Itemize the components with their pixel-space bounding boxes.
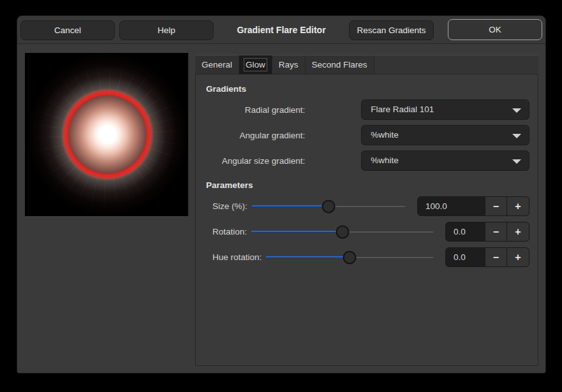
angular-gradient-dropdown[interactable]: %white	[361, 125, 529, 145]
rotation-spinbox: 0.0 − +	[445, 222, 529, 242]
settings-notebook: General Glow Rays Second Flares Gradient…	[195, 55, 538, 366]
size-slider[interactable]	[252, 196, 405, 216]
gradients-section-heading: Gradients	[206, 84, 538, 94]
hue-rotation-spinbox: 0.0 − +	[445, 247, 529, 267]
help-button[interactable]: Help	[119, 20, 214, 40]
angular-size-gradient-row: Angular size gradient: %white	[206, 150, 529, 171]
rotation-entry[interactable]: 0.0	[445, 222, 485, 242]
tab-general-label: General	[202, 60, 232, 69]
tab-rays[interactable]: Rays	[272, 55, 306, 74]
tab-second-flares-label: Second Flares	[312, 60, 367, 69]
rotation-decrement-button[interactable]: −	[485, 222, 507, 242]
header-bar: Cancel Help Gradient Flare Editor Rescan…	[17, 16, 545, 44]
angular-gradient-label: Angular gradient:	[206, 131, 305, 140]
size-decrement-button[interactable]: −	[485, 196, 507, 216]
flare-preview	[25, 53, 188, 216]
rotation-label: Rotation:	[212, 227, 247, 236]
glow-tab-panel: Gradients Radial gradient: Flare Radial …	[195, 74, 538, 366]
hue-rotation-slider[interactable]	[266, 247, 433, 267]
angular-size-gradient-value: %white	[371, 156, 399, 165]
hue-rotation-entry[interactable]: 0.0	[445, 247, 485, 267]
angular-gradient-row: Angular gradient: %white	[206, 125, 529, 145]
slider-fill	[252, 205, 329, 207]
flare-image	[25, 53, 188, 216]
tab-bar: General Glow Rays Second Flares	[195, 55, 538, 74]
hue-rotation-decrement-button[interactable]: −	[485, 247, 507, 267]
tab-general[interactable]: General	[195, 55, 239, 74]
radial-gradient-row: Radial gradient: Flare Radial 101	[206, 99, 529, 120]
size-label: Size (%):	[212, 201, 248, 211]
ok-button[interactable]: OK	[448, 19, 542, 40]
radial-gradient-dropdown[interactable]: Flare Radial 101	[361, 99, 529, 120]
screen: Cancel Help Gradient Flare Editor Rescan…	[0, 0, 562, 392]
tab-rays-label: Rays	[279, 60, 299, 69]
slider-handle[interactable]	[343, 251, 357, 265]
angular-size-gradient-dropdown[interactable]: %white	[361, 150, 529, 171]
dropdown-arrow-icon	[512, 108, 521, 113]
window-title: Gradient Flare Editor	[221, 16, 341, 44]
cancel-button[interactable]: Cancel	[20, 20, 115, 40]
hue-rotation-label: Hue rotation:	[212, 252, 262, 262]
dropdown-arrow-icon	[512, 159, 521, 164]
tab-glow-label: Glow	[246, 60, 265, 69]
gradient-flare-editor-window: Cancel Help Gradient Flare Editor Rescan…	[17, 15, 546, 374]
tab-glow[interactable]: Glow	[239, 55, 272, 74]
rescan-gradients-button[interactable]: Rescan Gradients	[349, 20, 434, 40]
size-entry[interactable]: 100.0	[417, 196, 485, 216]
hue-rotation-increment-button[interactable]: +	[507, 247, 529, 267]
radial-gradient-label: Radial gradient:	[206, 105, 305, 115]
tab-second-flares[interactable]: Second Flares	[306, 55, 374, 74]
angular-size-gradient-label: Angular size gradient:	[206, 156, 305, 166]
slider-handle[interactable]	[322, 200, 335, 214]
rotation-increment-button[interactable]: +	[507, 222, 529, 242]
size-spinbox: 100.0 − +	[417, 196, 529, 216]
dropdown-arrow-icon	[512, 134, 521, 138]
size-row: Size (%): 100.0 − +	[212, 196, 529, 216]
rotation-slider[interactable]	[251, 222, 433, 242]
slider-handle[interactable]	[336, 226, 349, 239]
angular-gradient-value: %white	[371, 130, 399, 140]
slider-fill	[251, 231, 342, 233]
parameters-section-heading: Parameters	[206, 180, 538, 191]
rotation-row: Rotation: 0.0 − +	[212, 222, 529, 242]
size-increment-button[interactable]: +	[507, 196, 529, 216]
slider-fill	[266, 256, 350, 258]
dialog-content: General Glow Rays Second Flares Gradient…	[17, 44, 545, 373]
radial-gradient-value: Flare Radial 101	[371, 105, 434, 114]
hue-rotation-row: Hue rotation: 0.0 − +	[212, 247, 529, 267]
